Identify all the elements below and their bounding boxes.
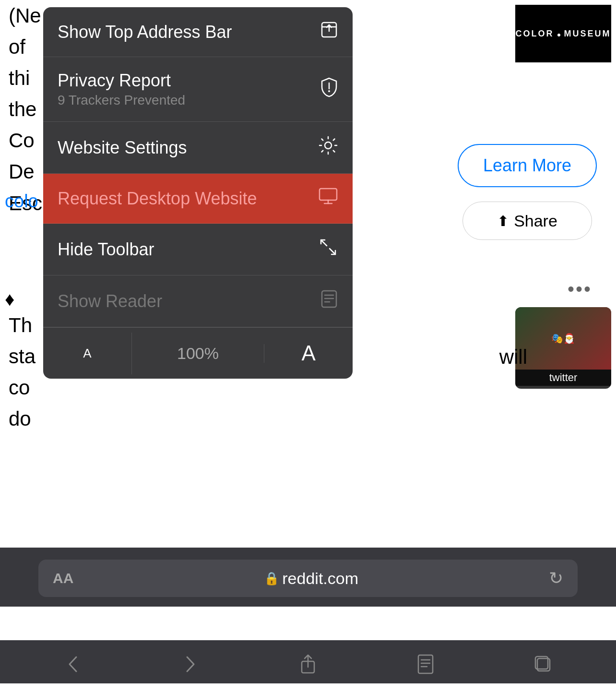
- menu-item-left: Privacy Report 9 Trackers Prevented: [58, 71, 185, 108]
- resize-icon: [318, 237, 338, 262]
- menu-item-left: Show Reader: [58, 291, 162, 311]
- percent-label: 100%: [177, 344, 219, 363]
- menu-item-title: Hide Toolbar: [58, 239, 154, 260]
- menu-item-title: Privacy Report: [58, 71, 185, 91]
- svg-point-5: [325, 142, 332, 149]
- twitter-card[interactable]: 🎭🎅 twitter: [515, 307, 611, 389]
- svg-rect-17: [418, 655, 433, 673]
- small-a-label: A: [83, 346, 91, 361]
- color-museum-badge: COLOR MUSEUM: [515, 5, 611, 62]
- menu-item-title: Show Top Address Bar: [58, 22, 232, 42]
- menu-item-left: Request Desktop Website: [58, 189, 257, 209]
- shield-icon: [320, 77, 338, 102]
- home-indicator: [265, 686, 351, 689]
- svg-line-9: [321, 240, 327, 246]
- share-label: Share: [514, 212, 557, 230]
- address-bar-icon: [320, 21, 338, 43]
- color-museum-dot: [557, 34, 560, 36]
- more-options[interactable]: •••: [568, 278, 592, 300]
- browser-bar: AA 🔒 reddit.com ↻: [0, 548, 616, 607]
- reader-icon: [320, 289, 338, 313]
- twitter-label: twitter: [515, 370, 611, 386]
- menu-item-hide-toolbar[interactable]: Hide Toolbar: [43, 224, 353, 275]
- menu-item-show-address-bar[interactable]: Show Top Address Bar: [43, 7, 353, 57]
- share-icon: ⬆: [497, 213, 509, 229]
- learn-more-button[interactable]: Learn More: [458, 144, 597, 187]
- menu-item-left: Hide Toolbar: [58, 239, 154, 260]
- menu-item-request-desktop[interactable]: Request Desktop Website: [43, 174, 353, 224]
- share-button[interactable]: ⬆ Share: [462, 202, 592, 240]
- menu-item-show-reader[interactable]: Show Reader: [43, 275, 353, 327]
- bg-will-text: will: [499, 346, 527, 369]
- learn-more-label: Learn More: [483, 155, 571, 176]
- svg-line-10: [330, 249, 335, 254]
- address-bar[interactable]: AA 🔒 reddit.com ↻: [38, 560, 578, 597]
- font-percent-display: 100%: [132, 344, 265, 363]
- menu-overlay: Show Top Address Bar Privacy Report 9 Tr…: [0, 0, 355, 403]
- reload-button[interactable]: ↻: [549, 568, 563, 588]
- menu-item-title: Show Reader: [58, 291, 162, 311]
- tabs-button[interactable]: [526, 650, 560, 679]
- twitter-card-image: 🎭🎅: [515, 307, 611, 370]
- bookmarks-button[interactable]: [409, 650, 442, 679]
- svg-rect-6: [320, 189, 337, 200]
- aa-button[interactable]: AA: [53, 570, 73, 586]
- svg-point-4: [328, 90, 330, 92]
- decrease-font-button[interactable]: A: [43, 333, 132, 374]
- menu-item-title: Website Settings: [58, 138, 187, 158]
- increase-font-button[interactable]: A: [264, 328, 353, 379]
- back-button[interactable]: [56, 650, 90, 679]
- large-a-label: A: [301, 341, 315, 365]
- menu-container: Show Top Address Bar Privacy Report 9 Tr…: [43, 7, 353, 379]
- menu-item-subtitle: 9 Trackers Prevented: [58, 93, 185, 108]
- color-museum-line1: COLOR: [516, 29, 554, 38]
- menu-item-website-settings[interactable]: Website Settings: [43, 122, 353, 174]
- menu-item-left: Show Top Address Bar: [58, 22, 232, 42]
- monitor-icon: [318, 187, 338, 210]
- share-nav-button[interactable]: [291, 650, 325, 679]
- font-size-row: A 100% A: [43, 327, 353, 379]
- url-display: reddit.com: [282, 569, 358, 588]
- nav-bar: [0, 640, 616, 683]
- lock-icon: 🔒: [264, 571, 279, 586]
- menu-item-privacy-report[interactable]: Privacy Report 9 Trackers Prevented: [43, 57, 353, 122]
- color-museum-line2: MUSEUM: [564, 29, 611, 38]
- forward-button[interactable]: [174, 650, 207, 679]
- gear-icon: [318, 135, 338, 160]
- right-panel: COLOR MUSEUM Learn More ⬆ Share: [438, 0, 616, 240]
- menu-item-left: Website Settings: [58, 138, 187, 158]
- menu-item-title: Request Desktop Website: [58, 189, 257, 209]
